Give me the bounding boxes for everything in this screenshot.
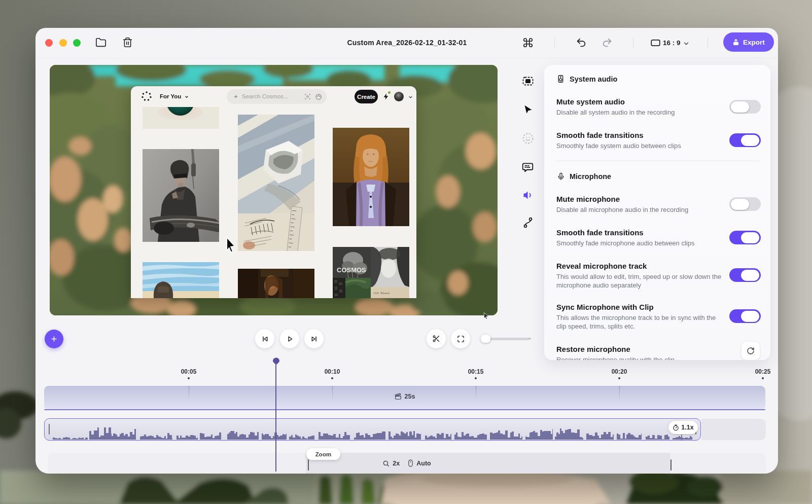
svg-text:rth Piece: rth Piece [373, 292, 390, 295]
svg-text:COSMOS: COSMOS [337, 266, 366, 274]
